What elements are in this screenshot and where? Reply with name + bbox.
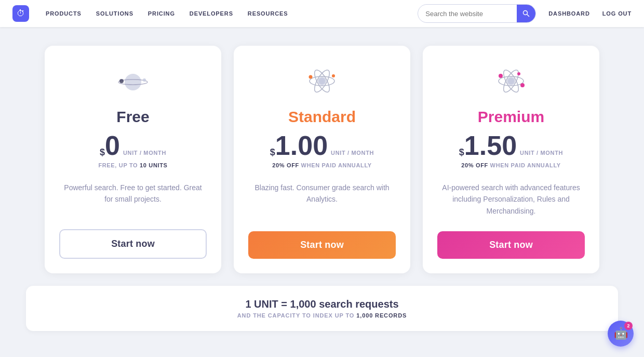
free-dollar: $ [100,148,105,157]
standard-start-button[interactable]: Start now [248,231,396,259]
premium-discount-rest: WHEN PAID ANNUALLY [488,162,561,168]
nav-right: DASHBOARD LOG OUT [418,4,632,23]
svg-point-11 [332,74,335,77]
unit-sub: AND THE CAPACITY TO INDEX UP TO 1,000 RE… [47,312,597,319]
svg-line-1 [527,15,529,17]
standard-dollar: $ [270,148,275,157]
free-note-prefix: FREE, UP TO [98,162,140,168]
nav-resources[interactable]: RESOURCES [248,10,288,17]
premium-plan-desc: AI-powered search with advanced features… [437,182,585,217]
premium-discount-highlight: 20% OFF [461,162,488,168]
plan-card-standard: Standard $ 1.00 UNIT / MONTH 20% OFF WHE… [234,46,410,273]
free-price-row: $ 0 UNIT / MONTH [100,132,166,159]
unit-sub-bold: 1,000 RECORDS [356,312,407,319]
logo-icon: ⏱ [17,9,25,18]
dashboard-link[interactable]: DASHBOARD [548,10,589,17]
free-note-bold: 10 UNITS [140,162,168,168]
logo[interactable]: ⏱ [12,5,29,22]
free-plan-icon [59,62,207,100]
unit-info-banner: 1 UNIT = 1,000 search requests AND THE C… [26,286,618,331]
nav-products[interactable]: PRODUCTS [46,10,82,17]
plan-card-premium: Premium $ 1.50 UNIT / MONTH 20% OFF WHEN… [423,46,599,273]
standard-price-row: $ 1.00 UNIT / MONTH [270,132,374,159]
free-price-amount: 0 [105,132,120,159]
svg-point-10 [309,75,313,79]
standard-plan-name: Standard [288,108,356,126]
premium-plan-icon [437,62,585,100]
standard-discount-rest: WHEN PAID ANNUALLY [299,162,372,168]
free-price-unit: UNIT / MONTH [123,150,166,156]
premium-price-row: $ 1.50 UNIT / MONTH [459,132,563,159]
standard-plan-desc: Blazing fast. Consumer grade search with… [248,182,396,217]
svg-point-17 [499,74,503,78]
svg-point-20 [508,78,514,84]
svg-point-4 [119,79,124,83]
nav-pricing[interactable]: PRICING [148,10,175,17]
free-discount: FREE, UP TO 10 UNITS [98,162,167,171]
premium-start-button[interactable]: Start now [437,231,585,259]
premium-price-unit: UNIT / MONTH [520,150,563,156]
svg-point-2 [125,74,141,90]
free-plan-desc: Powerful search. Free to get started. Gr… [59,182,207,215]
premium-dollar: $ [459,148,464,157]
search-button[interactable] [517,5,535,22]
svg-point-19 [517,72,520,75]
nav-developers[interactable]: DEVELOPERS [190,10,233,17]
free-start-button[interactable]: Start now [59,229,207,259]
free-plan-name: Free [116,108,149,126]
standard-price-unit: UNIT / MONTH [331,150,374,156]
unit-equation: 1 UNIT = 1,000 search requests [47,298,597,310]
standard-price-amount: 1.00 [275,132,328,159]
svg-point-18 [520,83,525,87]
premium-discount: 20% OFF WHEN PAID ANNUALLY [461,162,561,171]
unit-value: 1,000 search requests [290,298,399,310]
standard-discount-highlight: 20% OFF [272,162,299,168]
plan-card-free: Free $ 0 UNIT / MONTH FREE, UP TO 10 UNI… [45,46,221,273]
nav-links: PRODUCTS SOLUTIONS PRICING DEVELOPERS RE… [46,10,418,17]
chat-badge: 2 [624,322,633,330]
search-icon [522,10,530,17]
standard-plan-icon [248,62,396,100]
pricing-cards: Free $ 0 UNIT / MONTH FREE, UP TO 10 UNI… [26,46,618,273]
svg-point-5 [143,78,146,82]
unit-prefix: 1 UNIT = [245,298,290,310]
standard-discount: 20% OFF WHEN PAID ANNUALLY [272,162,372,171]
search-input[interactable] [418,7,517,21]
navbar: ⏱ PRODUCTS SOLUTIONS PRICING DEVELOPERS … [0,0,644,27]
svg-point-12 [319,78,325,84]
premium-plan-name: Premium [478,108,544,126]
nav-solutions[interactable]: SOLUTIONS [96,10,133,17]
chat-widget[interactable]: 🤖 2 [608,321,634,347]
logout-link[interactable]: LOG OUT [602,10,632,17]
main-content: Free $ 0 UNIT / MONTH FREE, UP TO 10 UNI… [0,27,644,343]
premium-price-amount: 1.50 [464,132,517,159]
search-bar [418,4,536,23]
unit-sub-prefix: AND THE CAPACITY TO INDEX UP TO [237,312,356,319]
